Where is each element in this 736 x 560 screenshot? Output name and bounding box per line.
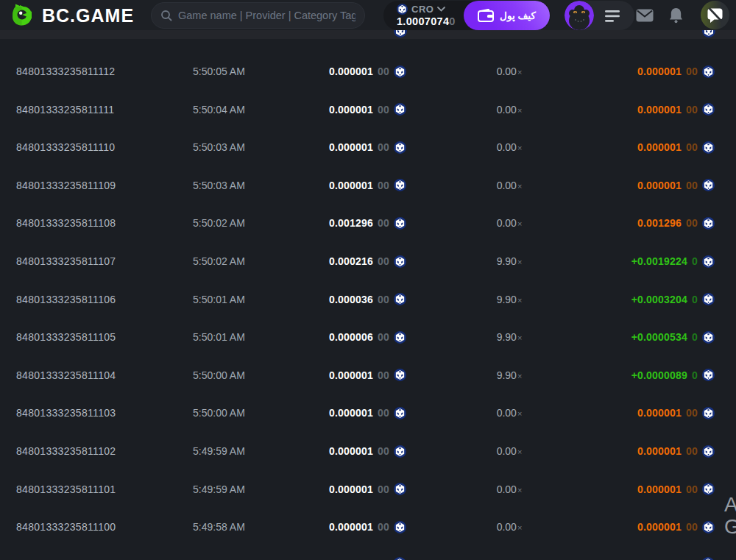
bet-time: 5:50:01 AM bbox=[193, 331, 318, 343]
bet-amount: 0.00000100 bbox=[329, 141, 406, 154]
bet-amount: 0.00003600 bbox=[329, 293, 406, 305]
cro-coin-icon bbox=[701, 557, 715, 560]
table-row[interactable]: 848013332358111035:50:00 AM0.00000100 0.… bbox=[0, 394, 736, 432]
table-row[interactable]: 848013332358111055:50:01 AM0.00000600 9.… bbox=[0, 318, 736, 356]
cro-coin-icon bbox=[394, 369, 406, 381]
bet-multiplier: 9.90× bbox=[497, 369, 523, 381]
bet-payout: 0.00000100 bbox=[637, 65, 715, 78]
bet-history-table: 848013332358111125:50:05 AM0.00000100 0.… bbox=[0, 0, 736, 560]
bet-amount: 0.00000100 bbox=[329, 103, 406, 116]
game-search bbox=[151, 2, 365, 29]
cro-coin-icon bbox=[702, 483, 715, 495]
bet-multiplier: 0.00× bbox=[497, 445, 523, 457]
bet-multiplier: 9.90× bbox=[497, 255, 523, 267]
table-row[interactable]: 848013332358111105:50:03 AM0.00000100 0.… bbox=[0, 128, 736, 166]
wallet-icon bbox=[478, 9, 494, 22]
table-row[interactable]: 848013332358111005:49:58 AM0.00000100 0.… bbox=[0, 508, 736, 546]
bet-payout: 0.00000100 bbox=[637, 521, 715, 534]
bet-payout: +0.00032040 bbox=[631, 293, 715, 305]
bet-id: 84801333235811104 bbox=[16, 369, 193, 381]
bet-amount: 0.00021600 bbox=[329, 255, 406, 268]
bet-time: 5:49:58 AM bbox=[193, 521, 318, 533]
bet-time: 5:50:02 AM bbox=[193, 255, 318, 267]
cro-coin-icon bbox=[702, 179, 715, 191]
bet-amount: 0.00000100 bbox=[329, 483, 406, 495]
bet-payout: 0.00000100 bbox=[637, 141, 715, 154]
cro-coin-icon bbox=[702, 65, 715, 78]
profile-menu[interactable] bbox=[565, 1, 634, 30]
cro-coin-icon bbox=[702, 255, 715, 268]
bet-multiplier: 0.00× bbox=[497, 483, 523, 495]
bet-id: 84801333235811110 bbox=[16, 141, 193, 153]
bcgame-logo-icon bbox=[10, 3, 35, 28]
chevron-down-icon bbox=[437, 7, 445, 12]
bet-id: 84801333235811106 bbox=[16, 294, 193, 305]
bet-amount: 0.00000100 bbox=[329, 521, 406, 534]
bet-id: 84801333235811109 bbox=[16, 180, 193, 191]
cro-coin-icon bbox=[702, 445, 715, 458]
table-row[interactable]: 848013332358111095:50:03 AM0.00000100 0.… bbox=[0, 166, 736, 205]
table-row[interactable]: 848013332358111125:50:05 AM0.00000100 0.… bbox=[0, 52, 736, 91]
bcgame-logo[interactable]: BC.GAME bbox=[10, 2, 134, 29]
bet-payout: 0.00000100 bbox=[637, 483, 715, 495]
wallet-button[interactable]: کیف پول bbox=[464, 1, 550, 30]
table-row[interactable]: 848013332358111015:49:59 AM0.00000100 0.… bbox=[0, 470, 736, 508]
bet-time: 5:50:04 AM bbox=[193, 104, 318, 116]
cro-coin-icon bbox=[702, 293, 715, 305]
cro-coin-icon bbox=[394, 255, 406, 268]
bet-time: 5:50:03 AM bbox=[193, 180, 318, 191]
cro-coin-icon bbox=[394, 65, 406, 78]
bet-payout: 0.00000100 bbox=[637, 407, 715, 419]
cro-coin-icon bbox=[702, 141, 715, 154]
table-row[interactable]: 848013332358111045:50:00 AM0.00000100 9.… bbox=[0, 356, 736, 394]
table-row[interactable]: 848013332358111065:50:01 AM0.00003600 9.… bbox=[0, 280, 736, 319]
cro-coin-icon bbox=[394, 103, 406, 116]
cro-coin-icon bbox=[394, 141, 406, 154]
bet-multiplier: 0.00× bbox=[497, 104, 523, 116]
top-navbar: BC.GAME CRO 1.00070740 bbox=[0, 0, 736, 30]
bet-multiplier: 0.00× bbox=[497, 141, 523, 153]
brand-title: BC.GAME bbox=[42, 5, 134, 26]
bet-amount: 0.00000100 bbox=[329, 445, 406, 458]
bet-multiplier: 0.00× bbox=[497, 65, 523, 77]
bet-payout: 0.00000100 bbox=[637, 445, 715, 458]
search-input[interactable] bbox=[178, 10, 355, 21]
currency-selector[interactable]: CRO 1.00070740 bbox=[397, 2, 456, 27]
bet-payout: 0.00000100 bbox=[637, 179, 715, 191]
cro-coin-icon bbox=[394, 331, 406, 344]
cro-coin-icon bbox=[702, 407, 715, 419]
cro-coin-icon bbox=[393, 557, 406, 560]
cro-coin-icon bbox=[702, 103, 715, 116]
bet-amount: 0.00000600 bbox=[329, 331, 406, 344]
table-row[interactable]: 848013332358111075:50:02 AM0.00021600 9.… bbox=[0, 242, 736, 280]
cro-coin-icon bbox=[702, 369, 715, 381]
cutoff-row-strip bbox=[0, 30, 736, 39]
bet-amount: 0.00000100 bbox=[329, 179, 406, 191]
notifications-button[interactable] bbox=[668, 0, 684, 30]
chat-toggle-button[interactable] bbox=[701, 1, 729, 29]
cro-coin-icon bbox=[702, 521, 715, 534]
cro-coin-icon bbox=[702, 217, 715, 230]
messages-button[interactable] bbox=[636, 0, 654, 30]
bet-id: 84801333235811107 bbox=[16, 255, 193, 267]
edge-letter: A bbox=[724, 494, 736, 516]
bet-multiplier: 0.00× bbox=[497, 407, 523, 419]
cro-coin-icon bbox=[394, 445, 406, 458]
bet-id: 84801333235811100 bbox=[16, 521, 193, 533]
menu-icon bbox=[605, 10, 621, 22]
table-row[interactable]: 848013332358111085:50:02 AM0.00129600 0.… bbox=[0, 204, 736, 242]
bet-payout: +0.00000890 bbox=[631, 369, 715, 381]
bet-time: 5:50:02 AM bbox=[193, 217, 318, 229]
bet-multiplier: 0.00× bbox=[497, 217, 523, 229]
avatar bbox=[565, 1, 594, 30]
mail-icon bbox=[636, 9, 654, 22]
bet-time: 5:50:01 AM bbox=[193, 294, 318, 305]
bet-multiplier: 0.00× bbox=[497, 521, 523, 533]
cro-coin-icon bbox=[394, 521, 406, 534]
cro-coin-icon bbox=[702, 331, 715, 344]
table-row[interactable]: 848013332358111025:49:59 AM0.00000100 0.… bbox=[0, 432, 736, 470]
bet-id: 84801333235811103 bbox=[16, 407, 193, 419]
cro-coin-icon bbox=[394, 407, 406, 419]
table-row[interactable]: 848013332358111115:50:04 AM0.00000100 0.… bbox=[0, 91, 736, 129]
bell-icon bbox=[668, 7, 684, 24]
